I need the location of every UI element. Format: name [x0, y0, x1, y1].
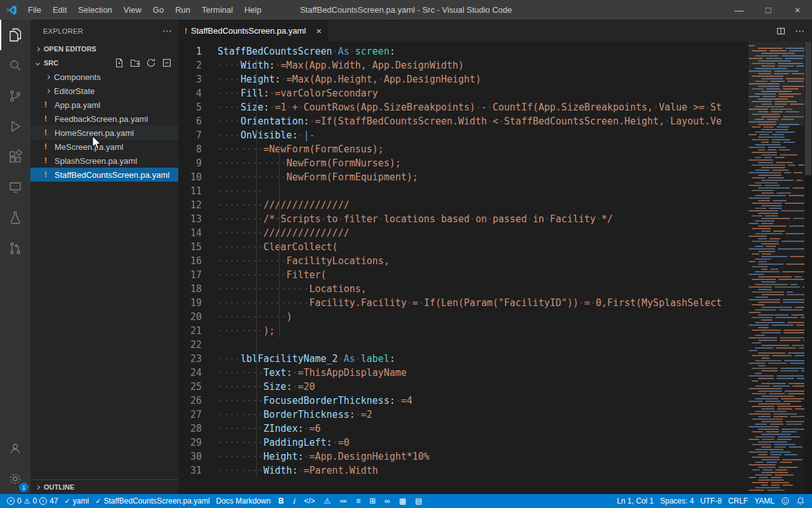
collapse-folders-icon[interactable] [162, 58, 172, 68]
bold-icon[interactable]: B [274, 494, 289, 508]
code-line[interactable]: 8········=NewForm(FormCensus); [178, 142, 749, 156]
new-folder-icon[interactable] [130, 58, 140, 68]
code-line[interactable]: 7····OnVisible:·|- [178, 128, 749, 142]
editor-more-icon[interactable]: ⋯ [795, 25, 804, 37]
accounts-icon[interactable] [0, 433, 30, 464]
italic-icon[interactable]: i [288, 494, 299, 508]
scrollbar-thumb[interactable] [805, 42, 811, 175]
cursor-position[interactable]: Ln 1, Col 1 [613, 494, 657, 508]
code-line[interactable]: 5····Size:·=1·+·CountRows(App.SizeBreakp… [178, 100, 749, 114]
code-icon[interactable]: </> [299, 494, 319, 508]
alert-icon[interactable]: ⚠ [320, 494, 336, 508]
file-homescreen-pa-yaml[interactable]: !HomeScreen.pa.yaml [30, 126, 178, 140]
code-line[interactable]: 11········ [178, 184, 749, 198]
menu-file[interactable]: File [22, 0, 47, 20]
code-line[interactable]: 23····lblFacilityName_2·As·label: [178, 352, 749, 366]
menu-terminal[interactable]: Terminal [196, 0, 239, 20]
menu-edit[interactable]: Edit [47, 0, 72, 20]
explorer-icon[interactable] [0, 20, 30, 50]
test-explorer-icon[interactable] [0, 203, 30, 233]
file-feedbackscreen-pa-yaml[interactable]: !FeedbackScreen.pa.yaml [30, 112, 178, 126]
check-language[interactable]: ✓yaml [62, 494, 93, 508]
minimap-slider[interactable] [749, 42, 804, 126]
open-editors-section[interactable]: OPEN EDITORS [30, 42, 178, 56]
menu-view[interactable]: View [118, 0, 147, 20]
run-debug-icon[interactable] [0, 111, 30, 142]
code-line[interactable]: 16············FacilityLocations, [178, 254, 749, 268]
split-editor-icon[interactable] [776, 26, 786, 36]
link-icon[interactable]: ∞ [380, 494, 395, 508]
code-line[interactable]: 3····Height:·=Max(App.Height,·App.Design… [178, 72, 749, 86]
problems-indicator[interactable]: ×0⚠0i47 [4, 494, 62, 508]
encoding[interactable]: UTF-8 [697, 494, 725, 508]
code-line[interactable]: 24········Text:·=ThisAppDisplayName [178, 366, 749, 380]
indentation[interactable]: Spaces: 4 [657, 494, 697, 508]
editor-scrollbar[interactable] [804, 42, 812, 494]
new-file-icon[interactable] [114, 58, 124, 68]
source-control-icon[interactable] [0, 81, 30, 111]
file-splashscreen-pa-yaml[interactable]: !SplashScreen.pa.yaml [30, 154, 178, 168]
code-line[interactable]: 18················Locations, [178, 282, 749, 296]
code-line[interactable]: 12········/////////////// [178, 198, 749, 212]
outline-section[interactable]: OUTLINE [30, 479, 178, 494]
code-line[interactable]: 2····Width:·=Max(App.Width,·App.DesignWi… [178, 58, 749, 72]
explorer-more-icon[interactable]: ⋯ [162, 25, 172, 37]
code-line[interactable]: 10············NewForm(FormEquipment); [178, 170, 749, 184]
file-app-pa-yaml[interactable]: !App.pa.yaml [30, 98, 178, 112]
editor-body: 1StaffBedCountsScreen·As·screen:2····Wid… [178, 42, 812, 494]
github-pr-icon[interactable] [0, 233, 30, 264]
menu-selection[interactable]: Selection [72, 0, 117, 20]
code-line[interactable]: 4····Fill:·=varColorSecondary [178, 86, 749, 100]
code-line[interactable]: 25········Size:·=20 [178, 380, 749, 394]
code-line[interactable]: 22 [178, 338, 749, 352]
restore-button[interactable]: □ [754, 0, 783, 20]
menu-help[interactable]: Help [239, 0, 267, 20]
numbered-list-icon[interactable]: ≔ [335, 494, 351, 508]
folder-editorstate[interactable]: EditorState [30, 84, 178, 98]
code-line[interactable]: 26········FocusedBorderThickness:·=4 [178, 394, 749, 408]
file-staffbedcountsscreen-pa-yaml[interactable]: !StaffBedCountsScreen.pa.yaml [30, 168, 178, 182]
docs-markdown[interactable]: Docs Markdown [213, 494, 274, 508]
indent-guide [256, 58, 257, 478]
code-line[interactable]: 20············) [178, 310, 749, 324]
minimize-button[interactable]: — [724, 0, 754, 20]
remote-explorer-icon[interactable] [0, 172, 30, 203]
tab-staffbedcountsscreen[interactable]: ! StaffBedCountsScreen.pa.yaml × [178, 20, 328, 42]
code-line[interactable]: 21········); [178, 324, 749, 338]
code-line[interactable]: 1StaffBedCountsScreen·As·screen: [178, 44, 749, 58]
refresh-explorer-icon[interactable] [146, 58, 156, 68]
file-mescreen-pa-yaml[interactable]: !MeScreen.pa.yaml [30, 140, 178, 154]
extensions-icon[interactable] [0, 142, 30, 172]
code-line[interactable]: 13········/*·Scripts·to·filter·locations… [178, 212, 749, 226]
close-button[interactable]: × [783, 0, 812, 20]
grid-icon[interactable]: ▦ [395, 494, 410, 508]
columns-icon[interactable]: ▤ [410, 494, 426, 508]
eol[interactable]: CRLF [725, 494, 751, 508]
menu-go[interactable]: Go [147, 0, 169, 20]
code-line[interactable]: 19················Facility.Facility·=·If… [178, 296, 749, 310]
search-icon[interactable] [0, 50, 30, 81]
bullet-list-icon[interactable]: ≡ [351, 494, 365, 508]
close-tab-icon[interactable]: × [316, 25, 322, 36]
code-line[interactable]: 9············NewForm(FormNurses); [178, 156, 749, 170]
code-line[interactable]: 31········Width:·=Parent.Width [178, 464, 749, 478]
src-section[interactable]: SRC [30, 56, 178, 70]
folder-components[interactable]: Components [30, 70, 178, 84]
bell-icon[interactable] [793, 494, 808, 508]
table-icon[interactable]: ⊞ [365, 494, 380, 508]
minimap[interactable] [749, 42, 804, 494]
code-line[interactable]: 15········ClearCollect( [178, 240, 749, 254]
settings-icon[interactable]: 1 [0, 464, 30, 494]
code-editor[interactable]: 1StaffBedCountsScreen·As·screen:2····Wid… [178, 42, 749, 494]
code-line[interactable]: 27········BorderThickness:·=2 [178, 408, 749, 422]
check-file[interactable]: ✓StaffBedCountsScreen.pa.yaml [92, 494, 213, 508]
menu-run[interactable]: Run [169, 0, 196, 20]
code-line[interactable]: 29········PaddingLeft:·=0 [178, 436, 749, 450]
code-line[interactable]: 6····Orientation:·=If(StaffBedCountsScre… [178, 114, 749, 128]
feedback-icon[interactable] [778, 494, 793, 508]
code-line[interactable]: 30········Height:·=App.DesignHeight*10% [178, 450, 749, 464]
language-mode[interactable]: YAML [751, 494, 778, 508]
code-line[interactable]: 14········/////////////// [178, 226, 749, 240]
code-line[interactable]: 28········ZIndex:·=6 [178, 422, 749, 436]
code-line[interactable]: 17············Filter( [178, 268, 749, 282]
